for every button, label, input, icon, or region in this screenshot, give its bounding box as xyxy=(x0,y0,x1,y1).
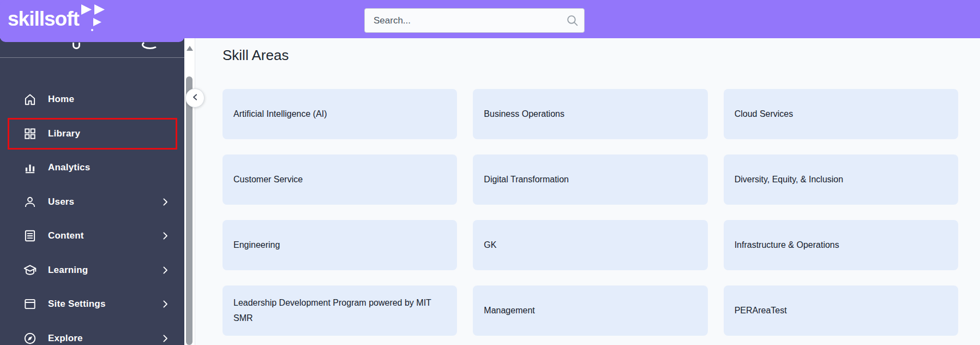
sidebar-scrollbar xyxy=(184,38,195,345)
compass-icon xyxy=(23,331,37,345)
sidebar-nav-item[interactable]: Home xyxy=(0,82,184,117)
skill-area-card[interactable]: Management xyxy=(473,285,707,336)
sidebar-nav-item[interactable]: Explore xyxy=(0,322,184,345)
skill-area-card[interactable]: Engineering xyxy=(223,220,457,270)
skill-area-card[interactable]: Digital Transformation xyxy=(473,154,707,205)
sidebar-nav-item[interactable]: Analytics xyxy=(0,151,184,185)
skill-area-label: Management xyxy=(484,303,534,318)
sidebar-item-label: Learning xyxy=(48,265,88,276)
sidebar-collapse-button[interactable] xyxy=(185,88,205,108)
home-icon xyxy=(23,92,37,106)
clipped-nav-fragment xyxy=(73,43,80,49)
sidebar: Home Library xyxy=(0,38,184,345)
sidebar-divider xyxy=(0,57,184,58)
sidebar-item-label: Home xyxy=(48,94,74,105)
document-icon xyxy=(23,229,37,243)
sidebar-item-label: Explore xyxy=(48,333,83,344)
main-content: Skill Areas Artificial Intelligence (AI)… xyxy=(196,38,980,345)
skill-area-card[interactable]: Business Operations xyxy=(473,89,707,139)
sidebar-item-label: Content xyxy=(48,230,84,241)
user-icon xyxy=(23,195,37,209)
sidebar-item-label: Site Settings xyxy=(48,299,106,310)
skill-area-card[interactable]: GK xyxy=(473,220,707,270)
bar-chart-icon xyxy=(23,160,37,175)
skill-area-label: Digital Transformation xyxy=(484,172,569,187)
skill-area-card[interactable]: PERAreaTest xyxy=(724,285,958,336)
browser-window-icon xyxy=(23,297,37,311)
scroll-up-arrow-icon[interactable] xyxy=(187,46,193,51)
skill-area-label: GK xyxy=(484,237,496,253)
sidebar-item-label: Analytics xyxy=(48,162,90,173)
sidebar-item-label: Users xyxy=(48,197,74,207)
skill-area-card[interactable]: Leadership Development Program powered b… xyxy=(223,285,457,336)
search-input[interactable] xyxy=(364,8,585,33)
chevron-right-icon xyxy=(160,197,170,207)
scrollbar-thumb[interactable] xyxy=(186,76,193,345)
app-window: skillsoft xyxy=(0,0,980,345)
skillsoft-logo-text: skillsoft xyxy=(8,8,79,30)
search-icon[interactable] xyxy=(566,14,579,27)
page-title: Skill Areas xyxy=(223,47,288,64)
sidebar-nav-item[interactable]: Users xyxy=(0,185,184,219)
skillsoft-arrows-icon xyxy=(80,4,111,31)
sidebar-nav-item[interactable]: Site Settings xyxy=(0,287,184,322)
skill-area-label: Leadership Development Program powered b… xyxy=(233,295,444,326)
skill-area-card[interactable]: Cloud Services xyxy=(724,89,958,139)
skill-area-card[interactable]: Diversity, Equity, & Inclusion xyxy=(724,154,958,205)
chevron-right-icon xyxy=(160,265,170,275)
skill-area-card[interactable]: Customer Service xyxy=(223,154,457,205)
skill-area-label: Cloud Services xyxy=(735,106,793,122)
skill-area-label: PERAreaTest xyxy=(735,303,787,318)
skill-area-label: Diversity, Equity, & Inclusion xyxy=(735,172,843,187)
chevron-left-icon xyxy=(190,92,201,104)
skillsoft-logo[interactable]: skillsoft xyxy=(8,7,79,31)
skill-areas-grid: Artificial Intelligence (AI) Business Op… xyxy=(223,89,958,336)
skill-area-label: Business Operations xyxy=(484,106,564,122)
skill-area-label: Artificial Intelligence (AI) xyxy=(233,106,327,122)
sidebar-nav-item[interactable]: Library xyxy=(0,117,184,151)
skill-area-label: Customer Service xyxy=(233,172,303,187)
sidebar-nav: Home Library xyxy=(0,82,184,345)
skill-area-card[interactable]: Infrastructure & Operations xyxy=(724,220,958,270)
skill-area-label: Engineering xyxy=(233,237,280,253)
graduation-cap-icon xyxy=(23,263,37,277)
skill-area-card[interactable]: Artificial Intelligence (AI) xyxy=(223,89,457,139)
chevron-right-icon xyxy=(160,299,170,309)
chevron-right-icon xyxy=(160,231,170,241)
global-search xyxy=(364,8,585,33)
skill-area-label: Infrastructure & Operations xyxy=(735,237,839,253)
chevron-right-icon xyxy=(160,334,170,343)
registered-mark-dot xyxy=(91,29,93,31)
sidebar-item-label: Library xyxy=(48,128,80,139)
sidebar-nav-item[interactable]: Content xyxy=(0,219,184,253)
library-grid-icon xyxy=(23,127,37,141)
sidebar-nav-item[interactable]: Learning xyxy=(0,253,184,288)
